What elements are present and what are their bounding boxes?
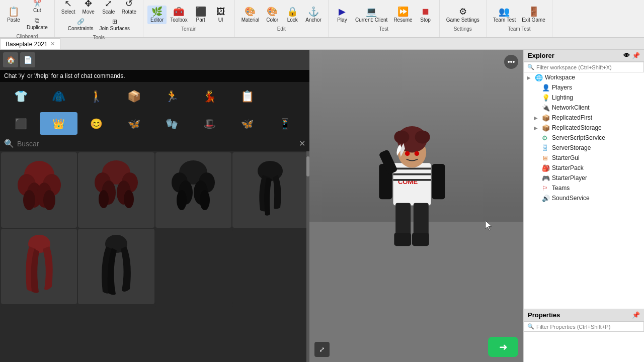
paste-button[interactable]: 📋 Paste (4, 0, 23, 32)
tree-item-starterplayer[interactable]: ▶ 🎮 StarterPlayer (524, 173, 644, 183)
svg-rect-30 (414, 203, 429, 236)
scale-button[interactable]: ⤢ Scale (99, 0, 118, 16)
ui-button[interactable]: 🖼 UI (211, 6, 230, 24)
explorer-pin-icon[interactable]: 📌 (632, 52, 640, 59)
cat-belt-button[interactable]: 📱 (266, 112, 304, 135)
avatar-home-button[interactable]: 🏠 (3, 52, 18, 67)
constraints-button[interactable]: 🔗 Constraints (65, 17, 96, 33)
hair-item-8[interactable] (232, 229, 308, 304)
duplicate-button[interactable]: ⧉ Duplicate (24, 16, 50, 32)
explorer-eye-icon[interactable]: 👁 (623, 52, 630, 59)
svg-rect-29 (395, 203, 411, 236)
explorer-filter-input[interactable] (536, 64, 640, 70)
hair-item-7[interactable] (155, 229, 231, 304)
explorer-title: Explorer (528, 52, 554, 59)
hair-item-3[interactable] (155, 152, 231, 228)
hair-item-12[interactable] (232, 305, 308, 362)
hair-item-11[interactable] (155, 305, 231, 362)
stop-label: Stop (420, 17, 431, 23)
cat-hat-button[interactable]: 🎩 (191, 112, 228, 135)
search-close-button[interactable]: ✕ (299, 139, 305, 148)
cat-walk-button[interactable]: 🚶 (77, 84, 115, 109)
starterplayer-icon: 🎮 (542, 174, 550, 182)
tree-item-teams[interactable]: ▶ 🏳 Teams (524, 183, 644, 193)
tree-item-startergui[interactable]: ▶ 🖥 StarterGui (524, 153, 644, 163)
properties-header: Properties 📌 (524, 309, 644, 321)
tree-item-replicated-storage[interactable]: ▶ 📦 ReplicatedStorage (524, 123, 644, 133)
viewport-dots-menu[interactable]: ••• (504, 55, 518, 69)
tab-close-button[interactable]: ✕ (50, 41, 55, 47)
tree-item-lighting[interactable]: ▶ 💡 Lighting (524, 93, 644, 103)
toolbar-group-clipboard: 📋 Paste ✂️ Cut ⧉ Duplicate Clipboard (0, 0, 55, 37)
hair-item-10[interactable] (78, 305, 154, 362)
properties-pin-icon[interactable]: 📌 (632, 311, 640, 319)
replicatedfirst-arrow: ▶ (534, 115, 540, 121)
cat-body-button[interactable]: 👕 (2, 84, 40, 109)
hair-item-6[interactable] (78, 229, 154, 304)
cat-dance-button[interactable]: 💃 (191, 84, 228, 109)
resume-button[interactable]: ⏩ Resume (391, 6, 415, 24)
cat-hair-button[interactable]: 👑 (40, 112, 77, 135)
cat-emote-button[interactable]: 📦 (115, 84, 153, 109)
cat-wings-button[interactable]: 🦋 (228, 112, 266, 135)
paste-label: Paste (7, 17, 20, 23)
cat-outfit-button[interactable]: 🧥 (40, 84, 77, 109)
tree-item-players[interactable]: ▶ 👤 Players (524, 82, 644, 93)
tab-baseplate[interactable]: Baseplate 2021 ✕ (0, 38, 60, 49)
current-client-button[interactable]: 💻 Current: Client (353, 6, 390, 24)
startergui-label: StarterGui (552, 154, 580, 161)
lock-button[interactable]: 🔒 Lock (283, 6, 302, 24)
hair-item-2[interactable] (78, 152, 154, 228)
properties-filter-bar: 🔍 (524, 321, 644, 332)
material-icon: 🎨 (245, 7, 256, 16)
tree-item-starterpack[interactable]: ▶ 🎒 StarterPack (524, 163, 644, 173)
editor-button[interactable]: 🌿 Editor (147, 6, 167, 24)
tree-item-soundservice[interactable]: ▶ 🔊 SoundService (524, 193, 644, 203)
tree-item-serverscriptservice[interactable]: ▶ ⚙ ServerScriptService (524, 133, 644, 143)
join-surfaces-button[interactable]: ⊞ Join Surfaces (97, 17, 132, 33)
rotate-button[interactable]: ↺ Rotate (119, 0, 139, 16)
tree-item-networkclient[interactable]: ▶ 🔌 NetworkClient (524, 103, 644, 113)
color-button[interactable]: 🎨 Color (263, 6, 282, 24)
cut-button[interactable]: ✂️ Cut (24, 0, 50, 15)
replicatedfirst-label: ReplicatedFirst (552, 114, 592, 121)
toolbox-button[interactable]: 🧰 Toolbox (168, 6, 190, 24)
cat-extra-button[interactable]: 📋 (228, 84, 266, 109)
right-panel: Explorer 👁 📌 🔍 ▶ 🌐 Workspace ▶ 👤 Players (523, 50, 644, 362)
rotate-label: Rotate (122, 9, 136, 15)
exit-game-button[interactable]: 🚪 Exit Game (519, 6, 548, 24)
hair-item-9[interactable] (1, 305, 77, 362)
tree-item-serverstorage[interactable]: ▶ 🗄 ServerStorage (524, 143, 644, 153)
properties-title: Properties (528, 311, 560, 319)
cat-run-button[interactable]: 🏃 (153, 84, 191, 109)
move-button[interactable]: ✥ Move (79, 0, 98, 16)
anchor-button[interactable]: ⚓ Anchor (303, 6, 324, 24)
hair-item-1[interactable] (1, 152, 77, 228)
material-button[interactable]: 🎨 Material (239, 6, 262, 24)
properties-filter-input[interactable] (536, 324, 640, 330)
cat-face-button[interactable]: 😊 (77, 112, 115, 135)
workspace-icon: 🌐 (535, 74, 543, 81)
hair-item-4[interactable] (232, 152, 308, 228)
cat-neck-button[interactable]: 🦋 (115, 112, 153, 135)
tree-item-replicated-first[interactable]: ▶ 📦 ReplicatedFirst (524, 113, 644, 123)
game-settings-button[interactable]: ⚙ Game Settings (444, 6, 482, 24)
team-test-button[interactable]: 👥 Team Test (491, 6, 518, 24)
fullscreen-icon: ⤢ (319, 345, 325, 353)
test-label: Test (379, 26, 388, 32)
tree-item-workspace[interactable]: ▶ 🌐 Workspace (524, 72, 644, 82)
play-button[interactable]: ▶ Play (333, 6, 352, 24)
select-button[interactable]: ↖ Select (59, 0, 78, 16)
green-exit-button[interactable]: ➜ (488, 337, 518, 357)
cut-label: Cut (33, 8, 41, 13)
3d-viewport[interactable]: COME (309, 50, 523, 362)
avatar-doc-button[interactable]: 📄 (20, 52, 35, 67)
stop-button[interactable]: ⏹ Stop (416, 6, 435, 24)
search-input[interactable] (17, 140, 296, 148)
fullscreen-button[interactable]: ⤢ (314, 342, 330, 357)
part-button[interactable]: ⬛ Part (191, 6, 210, 24)
material-label: Material (242, 17, 260, 23)
cat-all-button[interactable]: ⬛ (2, 112, 40, 135)
cat-shoulder-button[interactable]: 🧤 (153, 112, 191, 135)
hair-item-5[interactable] (1, 229, 77, 304)
